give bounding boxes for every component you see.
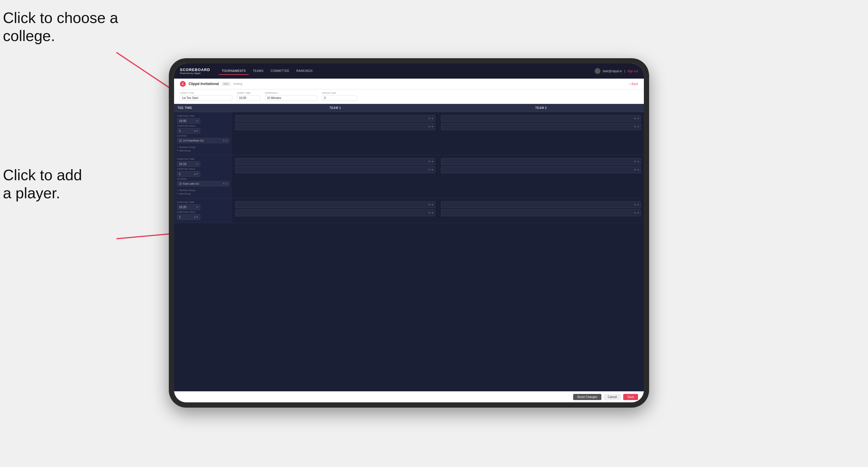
group-2-actions: ○ Remove Group + Add Group xyxy=(177,189,229,195)
group-row-1: STARTING TIME: 10:00 ⏱ STARTING HOLE: 1 … xyxy=(174,112,644,155)
group-3-team2-player1[interactable]: ✕ ▾ xyxy=(441,201,641,208)
add-group-2-link[interactable]: + Add Group xyxy=(177,192,229,195)
group-1-left: STARTING TIME: 10:00 ⏱ STARTING HOLE: 1 … xyxy=(174,112,232,155)
group-2-team1-player2[interactable]: ✕ ▾ xyxy=(235,166,435,173)
course-chevron-icon: ▾ xyxy=(226,139,227,142)
player-x-icon-5[interactable]: ✕ xyxy=(634,160,636,163)
reset-button[interactable]: Reset Changes xyxy=(573,394,601,400)
course-remove-icon[interactable]: ✕ xyxy=(223,139,225,142)
group-2-team2-cell: ✕ ▾ ✕ ▾ xyxy=(438,155,644,198)
group-size-select[interactable]: 3 xyxy=(322,95,357,101)
group-3-team1-player1[interactable]: ✕ ▾ xyxy=(235,201,435,208)
group-1-actions: ○ Remove Group + Add Group xyxy=(177,146,229,152)
player-x-icon-10[interactable]: ✕ xyxy=(634,211,636,214)
group-1-course-label: COURSE: xyxy=(177,135,229,137)
group-3-hole-input[interactable]: 1 ▲▼ xyxy=(177,214,200,220)
intervals-select[interactable]: 10 Minutes xyxy=(265,95,317,101)
start-type-field: Start Type 1st Tee Start xyxy=(180,92,232,101)
group-3-team1-cell: ✕ ▾ ✕ ▾ xyxy=(232,198,438,223)
group-2-course-tag[interactable]: East Lake GC ✕ ▾ xyxy=(177,181,229,186)
col-team2: Team 2 xyxy=(438,104,644,112)
chevron-icon-2: ▲▼ xyxy=(193,173,198,175)
group-1-hole-value: 1 xyxy=(179,129,181,132)
start-time-label: Start Time xyxy=(237,92,260,94)
clock-icon-3: ⏱ xyxy=(196,206,198,209)
logo-sub: Powered by clippd xyxy=(180,72,210,74)
nav-email: blair@clippd.io xyxy=(603,70,622,73)
group-1-team1-player2[interactable]: ✕ ▾ xyxy=(235,123,435,130)
player-x-icon[interactable]: ✕ xyxy=(634,125,636,128)
player-x-icon[interactable]: ✕ xyxy=(634,117,636,120)
back-button[interactable]: < Back xyxy=(629,83,638,86)
add-icon-2: + xyxy=(177,192,179,195)
player-x-icon-3[interactable]: ✕ xyxy=(428,160,431,163)
player-chevron-icon-8: ▾ xyxy=(432,211,433,214)
annotation-bottom-line2: a player. xyxy=(3,184,82,202)
nav-sign-out[interactable]: Sign out xyxy=(627,70,638,73)
group-1-start-time-input[interactable]: 10:00 ⏱ xyxy=(177,118,200,124)
logo-title: SCOREBOARD xyxy=(180,67,210,72)
group-3-left: STARTING TIME: 10:20 ⏱ STARTING HOLE: 1 … xyxy=(174,198,232,223)
group-3-start-time-label: STARTING TIME: xyxy=(177,201,229,203)
player-chevron-icon-10: ▾ xyxy=(638,211,639,214)
group-1-course-tag[interactable]: (A) Peachtree GC ✕ ▾ xyxy=(177,138,229,143)
nav-right: blair@clippd.io | Sign out xyxy=(595,68,638,74)
group-2-start-time-input[interactable]: 10:10 ⏱ xyxy=(177,161,200,167)
sub-header-badge: Men xyxy=(222,82,230,86)
group-1-hole-input[interactable]: 1 ▲▼ xyxy=(177,128,200,134)
remove-group-2-label: Remove Group xyxy=(179,189,195,192)
player-x-icon[interactable]: ✕ xyxy=(428,125,431,128)
nav-link-committee[interactable]: COMMITTEE xyxy=(268,67,292,75)
group-2-hole-input[interactable]: 1 ▲▼ xyxy=(177,171,200,177)
clock-icon-2: ⏱ xyxy=(196,163,198,165)
intervals-field: Intervals 10 Minutes xyxy=(265,92,317,101)
remove-group-1-link[interactable]: ○ Remove Group xyxy=(177,146,229,149)
group-2-hole-value: 1 xyxy=(179,173,181,176)
group-2-team2-player2[interactable]: ✕ ▾ xyxy=(441,166,641,173)
group-size-field: Group Size 3 xyxy=(322,92,357,101)
sub-header-hosting: Hosting xyxy=(234,83,243,85)
player-x-icon-6[interactable]: ✕ xyxy=(634,168,636,171)
start-time-input[interactable] xyxy=(237,95,260,101)
player-chevron-icon-3: ▾ xyxy=(432,160,433,163)
group-1-team1-cell: ✕ ▾ ✕ ▾ xyxy=(232,112,438,155)
group-1-hole-label: STARTING HOLE: xyxy=(177,125,229,127)
remove-group-2-link[interactable]: ○ Remove Group xyxy=(177,189,229,192)
group-2-team1-player1[interactable]: ✕ ▾ xyxy=(235,158,435,165)
player-chevron-icon: ▾ xyxy=(432,117,433,120)
annotation-bottom-line1: Click to add xyxy=(3,166,82,184)
player-x-icon-8[interactable]: ✕ xyxy=(428,211,431,214)
nav-link-rankings[interactable]: RANKINGS xyxy=(293,67,315,75)
add-group-1-link[interactable]: + Add Group xyxy=(177,149,229,152)
player-x-icon-4[interactable]: ✕ xyxy=(428,168,431,171)
group-3-team1-player2[interactable]: ✕ ▾ xyxy=(235,209,435,216)
group-1-course-name: (A) Peachtree GC xyxy=(183,139,204,142)
nav-links: TOURNAMENTS TEAMS COMMITTEE RANKINGS xyxy=(219,67,595,75)
player-chevron-icon-7: ▾ xyxy=(432,203,433,206)
annotation-bottom: Click to add a player. xyxy=(3,166,82,203)
group-3-team2-player2[interactable]: ✕ ▾ xyxy=(441,209,641,216)
annotation-top: Click to choose a college. xyxy=(3,9,118,45)
group-1-team2-player1[interactable]: ✕ ▾ xyxy=(441,115,641,122)
group-2-team2-player1[interactable]: ✕ ▾ xyxy=(441,158,641,165)
nav-link-teams[interactable]: TEAMS xyxy=(250,67,266,75)
sub-header-logo-letter: C xyxy=(182,83,184,86)
add-group-2-label: Add Group xyxy=(179,192,191,195)
player-x-icon[interactable]: ✕ xyxy=(428,117,431,120)
player-chevron-icon: ▾ xyxy=(638,117,639,120)
course-remove-icon-2[interactable]: ✕ xyxy=(223,182,225,185)
player-x-icon-9[interactable]: ✕ xyxy=(634,203,636,206)
group-1-team2-player2[interactable]: ✕ ▾ xyxy=(441,123,641,130)
save-button[interactable]: Save xyxy=(623,394,638,400)
start-type-label: Start Type xyxy=(180,92,232,94)
start-type-select[interactable]: 1st Tee Start xyxy=(180,95,232,101)
group-size-label: Group Size xyxy=(322,92,357,94)
group-1-team1-player1[interactable]: ✕ ▾ xyxy=(235,115,435,122)
group-3-start-time-input[interactable]: 10:20 ⏱ xyxy=(177,205,200,210)
player-x-icon-7[interactable]: ✕ xyxy=(428,203,431,206)
col-tee-time: Tee Time xyxy=(174,104,232,112)
nav-link-tournaments[interactable]: TOURNAMENTS xyxy=(219,67,249,75)
player-chevron-icon-5: ▾ xyxy=(638,160,639,163)
nav-bar: SCOREBOARD Powered by clippd TOURNAMENTS… xyxy=(174,63,644,79)
cancel-button[interactable]: Cancel xyxy=(604,394,621,400)
